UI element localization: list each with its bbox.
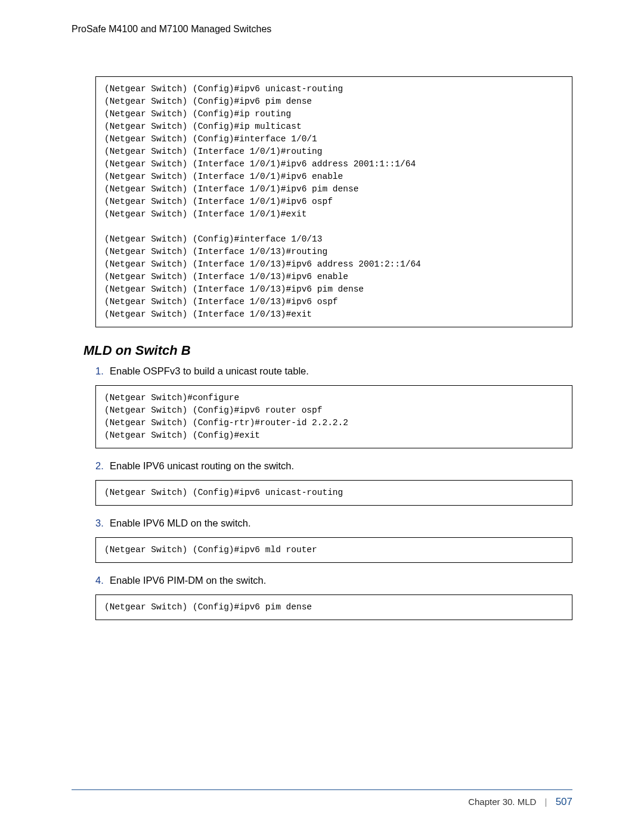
steps-list: 4.Enable IPV6 PIM-DM on the switch. [95,575,572,586]
steps-list: 3.Enable IPV6 MLD on the switch. [95,518,572,529]
steps-list: 1.Enable OSPFv3 to build a unicast route… [95,366,572,377]
step-number: 4. [95,575,110,586]
step-text: Enable IPV6 PIM-DM on the switch. [110,575,266,586]
step-number: 2. [95,460,110,472]
step-number: 1. [95,366,110,377]
footer-page-number: 507 [556,796,572,807]
section-heading: MLD on Switch B [83,343,572,358]
footer-divider: | [545,797,547,807]
page: ProSafe M4100 and M7100 Managed Switches… [0,0,644,833]
step-2: 2.Enable IPV6 unicast routing on the swi… [95,460,572,472]
step-4: 4.Enable IPV6 PIM-DM on the switch. [95,575,572,586]
code-block-main-config: (Netgear Switch) (Config)#ipv6 unicast-r… [95,76,572,327]
footer-chapter: Chapter 30. MLD [468,797,536,807]
steps-list: 2.Enable IPV6 unicast routing on the swi… [95,460,572,472]
page-footer: Chapter 30. MLD | 507 [72,789,572,808]
step-3: 3.Enable IPV6 MLD on the switch. [95,518,572,529]
code-block-step3: (Netgear Switch) (Config)#ipv6 mld route… [95,537,572,563]
running-header: ProSafe M4100 and M7100 Managed Switches [72,24,572,35]
code-block-step4: (Netgear Switch) (Config)#ipv6 pim dense [95,594,572,620]
step-1: 1.Enable OSPFv3 to build a unicast route… [95,366,572,377]
step-text: Enable OSPFv3 to build a unicast route t… [110,366,309,376]
step-text: Enable IPV6 unicast routing on the switc… [110,460,294,471]
code-block-step1: (Netgear Switch)#configure (Netgear Swit… [95,385,572,448]
step-text: Enable IPV6 MLD on the switch. [110,518,251,528]
code-block-step2: (Netgear Switch) (Config)#ipv6 unicast-r… [95,480,572,506]
step-number: 3. [95,518,110,529]
